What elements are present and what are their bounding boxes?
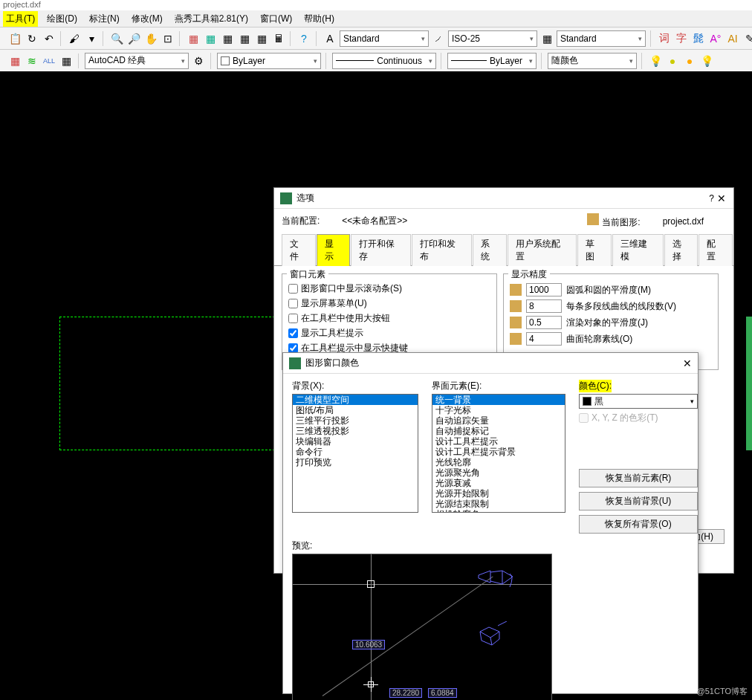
tool-icon[interactable]: ▦ (220, 31, 235, 46)
context-item-4[interactable]: 块编辑器 (293, 436, 418, 447)
tab-用户系统配置[interactable]: 用户系统配置 (508, 234, 577, 266)
window-opt-3[interactable]: 显示工具栏提示 (288, 327, 490, 340)
menu-2[interactable]: 标注(N) (86, 11, 123, 27)
window-opt-2[interactable]: 在工具栏中使用大按钮 (288, 312, 490, 325)
tab-配置[interactable]: 配置 (698, 234, 733, 266)
copy-icon[interactable]: 📋 (7, 31, 22, 46)
element-listbox[interactable]: 统一背景十字光标自动追踪矢量自动捕捉标记设计工具栏提示设计工具栏提示背景光线轮廓… (432, 394, 565, 513)
text-ai-icon[interactable]: AI (725, 31, 740, 46)
dim-style-icon[interactable]: ⟋ (431, 31, 446, 46)
calc-icon[interactable]: 🖩 (271, 31, 286, 46)
undo-icon[interactable]: ↶ (42, 31, 56, 46)
plot-color-combo[interactable]: 随颜色 (548, 53, 637, 69)
element-item-1[interactable]: 十字光标 (432, 405, 565, 415)
zoom-in-icon[interactable]: 🔍 (109, 31, 124, 46)
text-style-combo[interactable]: Standard (340, 30, 429, 47)
bulb1-icon[interactable]: 💡 (648, 54, 663, 68)
dim-style-combo[interactable]: ISO-25 (448, 30, 537, 47)
options-close-icon[interactable]: ✕ (717, 192, 726, 204)
menu-3[interactable]: 修改(M) (129, 11, 166, 27)
table-style-icon[interactable]: ▦ (539, 31, 554, 46)
element-item-4[interactable]: 设计工具栏提示 (432, 436, 565, 447)
element-item-2[interactable]: 自动追踪矢量 (432, 415, 565, 426)
element-item-7[interactable]: 光源聚光角 (432, 467, 565, 478)
text-style-icon[interactable]: A (322, 31, 337, 46)
mtext-icon[interactable]: 髭 (691, 31, 706, 46)
restore-btn-0[interactable]: 恢复当前元素(R) (579, 469, 698, 487)
menu-0[interactable]: 工具(T) (3, 11, 38, 27)
precision-input-1[interactable] (526, 299, 562, 313)
element-item-11[interactable]: 相机轮廓色 (432, 509, 565, 513)
window-opt-0[interactable]: 图形窗口中显示滚动条(S) (288, 282, 490, 295)
bulb2-icon[interactable]: ● (665, 54, 680, 68)
color-app-icon (289, 357, 301, 369)
tab-草图[interactable]: 草图 (577, 234, 612, 266)
r4-icon[interactable]: ▦ (59, 54, 74, 68)
context-item-0[interactable]: 二维模型空间 (293, 395, 418, 405)
brush-icon[interactable]: 🖌 (67, 31, 82, 46)
mark-icon[interactable]: ▦ (254, 31, 269, 46)
dsgn-icon[interactable]: ▦ (203, 31, 218, 46)
r3-icon[interactable]: ALL (42, 54, 56, 68)
context-item-3[interactable]: 三维透视投影 (293, 426, 418, 436)
tab-三维建模[interactable]: 三维建模 (612, 234, 664, 266)
precision-icon (510, 284, 522, 296)
tab-文件[interactable]: 文件 (282, 234, 316, 266)
redo-icon[interactable]: ↻ (25, 31, 39, 46)
props-icon[interactable]: ▦ (186, 31, 201, 46)
bulb3-icon[interactable]: ● (682, 54, 697, 68)
precision-input-0[interactable] (526, 283, 562, 296)
pan-icon[interactable]: ✋ (143, 31, 158, 46)
word2-icon[interactable]: 字 (674, 31, 689, 46)
restore-btn-2[interactable]: 恢复所有背景(O) (579, 515, 698, 534)
color-close-icon[interactable]: ✕ (683, 357, 692, 369)
element-item-5[interactable]: 设计工具栏提示背景 (432, 447, 565, 457)
text-edit-icon[interactable]: ✎ (742, 31, 752, 46)
zoom-out-icon[interactable]: 🔎 (126, 31, 141, 46)
sheet-icon[interactable]: ▦ (237, 31, 252, 46)
context-item-1[interactable]: 图纸/布局 (293, 405, 418, 415)
linetype-combo[interactable]: Continuous (332, 53, 436, 69)
menu-4[interactable]: 燕秀工具箱2.81(Y) (172, 11, 251, 27)
menu-6[interactable]: 帮助(H) (301, 11, 337, 27)
options-help-icon[interactable]: ? (709, 193, 714, 204)
element-item-9[interactable]: 光源开始限制 (432, 488, 565, 499)
tab-打印和发布[interactable]: 打印和发布 (412, 234, 472, 266)
help-icon[interactable]: ? (296, 31, 311, 46)
r2-icon[interactable]: ≋ (25, 54, 39, 68)
element-item-6[interactable]: 光线轮廓 (432, 457, 565, 467)
color-combo[interactable]: 黑 (579, 394, 698, 409)
menu-bar: 工具(T)绘图(D)标注(N)修改(M)燕秀工具箱2.81(Y)窗口(W)帮助(… (0, 10, 752, 27)
precision-icon (510, 300, 522, 312)
precision-input-2[interactable] (526, 316, 562, 329)
element-item-3[interactable]: 自动捕捉标记 (432, 426, 565, 436)
bulb4-icon[interactable]: 💡 (699, 54, 714, 68)
word1-icon[interactable]: 词 (657, 31, 672, 46)
dropdown-icon[interactable]: ▾ (84, 31, 99, 46)
window-group-title: 窗口元素 (287, 268, 328, 281)
precision-input-3[interactable] (526, 332, 562, 346)
restore-btn-1[interactable]: 恢复当前背景(U) (579, 492, 698, 511)
r1-icon[interactable]: ▦ (7, 54, 22, 68)
text-a-icon[interactable]: A° (708, 31, 723, 46)
element-item-8[interactable]: 光源衰减 (432, 478, 565, 488)
tab-选择[interactable]: 选择 (664, 234, 698, 266)
tab-打开和保存[interactable]: 打开和保存 (351, 234, 411, 266)
zoom-extents-icon[interactable]: ⊡ (161, 31, 175, 46)
lineweight-combo[interactable]: ByLayer (447, 53, 537, 69)
context-item-6[interactable]: 打印预览 (293, 457, 418, 467)
context-listbox[interactable]: 二维模型空间图纸/布局三维平行投影三维透视投影块编辑器命令行打印预览 (292, 394, 418, 513)
ws-gear-icon[interactable]: ⚙ (191, 54, 206, 68)
layer-color-combo[interactable]: ByLayer (217, 53, 321, 69)
element-item-0[interactable]: 统一背景 (432, 395, 565, 405)
window-opt-1[interactable]: 显示屏幕菜单(U) (288, 297, 490, 310)
element-item-10[interactable]: 光源结束限制 (432, 499, 565, 509)
workspace-combo[interactable]: AutoCAD 经典 (85, 53, 189, 69)
tab-显示[interactable]: 显示 (317, 234, 351, 266)
menu-5[interactable]: 窗口(W) (257, 11, 295, 27)
context-item-2[interactable]: 三维平行投影 (293, 415, 418, 426)
menu-1[interactable]: 绘图(D) (44, 11, 80, 27)
context-item-5[interactable]: 命令行 (293, 447, 418, 457)
table-style-combo[interactable]: Standard (557, 30, 646, 47)
tab-系统[interactable]: 系统 (473, 234, 507, 266)
